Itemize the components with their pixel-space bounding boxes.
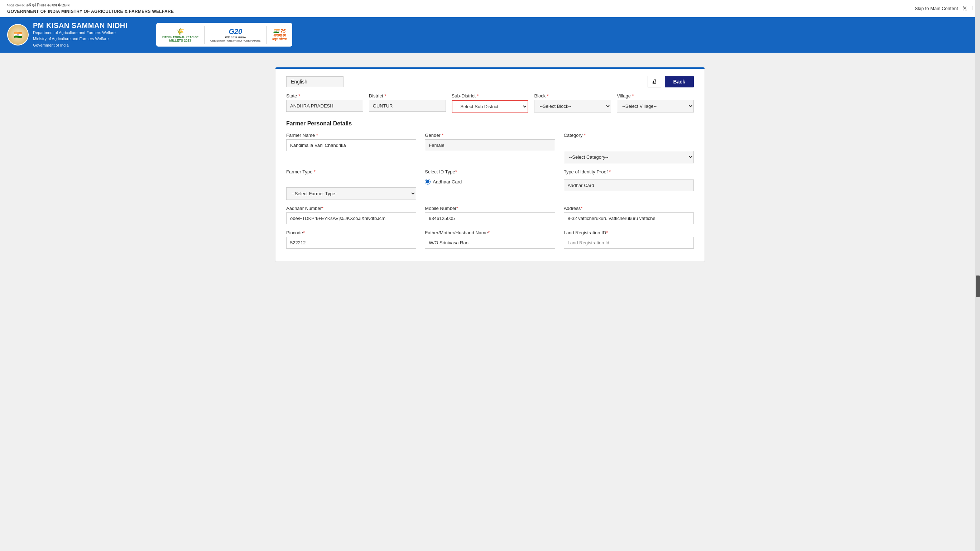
dept-line3: Government of India: [33, 42, 127, 49]
row-aadhaar: Aadhaar Number* Mobile Number* Address*: [286, 205, 694, 224]
language-select[interactable]: English: [286, 76, 344, 87]
subdistrict-label: Sub-District *: [452, 93, 529, 99]
id-proof-group: Type of Identity Proof *: [564, 169, 694, 200]
pincode-label: Pincode*: [286, 230, 416, 236]
farmer-type-select[interactable]: --Select Farmer Type-: [286, 187, 416, 200]
subdistrict-field-group: Sub-District * --Select Sub District--: [452, 93, 529, 113]
scrollbar-track[interactable]: [975, 0, 980, 276]
dept-line2: Ministry of Agriculture and Farmers Welf…: [33, 36, 127, 42]
spacer: [564, 139, 694, 150]
azadi-icon: 🇮🇳 75: [273, 28, 285, 33]
mobile-input[interactable]: [425, 212, 555, 224]
farmer-type-label: Farmer Type *: [286, 169, 416, 175]
section-title: Farmer Personal Details: [286, 120, 694, 127]
azadi-label: आज़ादी का: [273, 33, 286, 38]
category-label: Category *: [564, 132, 694, 138]
g20-sub: ONE EARTH · ONE FAMILY · ONE FUTURE: [210, 40, 260, 42]
subdistrict-select[interactable]: --Select Sub District--: [452, 100, 529, 113]
village-label: Village *: [617, 93, 694, 99]
district-label: District *: [369, 93, 446, 99]
spacer2: [286, 176, 416, 186]
ministry-info: भारत सरकार कृषि एवं किसान कल्याण मंत्राल…: [7, 2, 174, 15]
category-select[interactable]: --Select Category--: [564, 151, 694, 163]
logos-box: 🌾 INTERNATIONAL YEAR OF MILLETS 2023 G20…: [156, 23, 292, 46]
aadhaar-radio[interactable]: [425, 179, 431, 185]
divider1: [204, 26, 205, 44]
emblem-image: 🇮🇳: [8, 25, 28, 45]
father-input[interactable]: [425, 237, 555, 248]
father-label: Father/Mother/Husband Name*: [425, 230, 555, 236]
scrollbar-thumb[interactable]: [976, 276, 980, 276]
g20-icon: G20: [229, 27, 242, 36]
pincode-group: Pincode*: [286, 230, 416, 248]
state-label: State *: [286, 93, 363, 99]
address-group: Address*: [564, 205, 694, 224]
logo-area: 🇮🇳 PM KISAN SAMMAN NIDHI Department of A…: [7, 21, 127, 49]
site-title: PM KISAN SAMMAN NIDHI: [33, 21, 127, 30]
land-reg-input[interactable]: [564, 237, 694, 248]
g20-label: भारत 2023 INDIA: [225, 36, 246, 40]
block-field-group: Block * --Select Block--: [534, 93, 611, 113]
row-farmer-details: Farmer Name * Gender * Category *: [286, 132, 694, 163]
address-label: Address*: [564, 205, 694, 211]
form-area: English 🖨 Back State * D: [275, 69, 705, 261]
aadhaar-label: Aadhaar Number*: [286, 205, 416, 211]
top-right-controls: 🖨 Back: [648, 76, 694, 88]
gender-group: Gender *: [425, 132, 555, 163]
land-reg-group: Land Registration ID*: [564, 230, 694, 248]
id-type-group: Select ID Type* Aadhaar Card: [425, 169, 555, 200]
hindi-title: भारत सरकार कृषि एवं किसान कल्याण मंत्राल…: [7, 2, 174, 8]
farmer-type-group: Farmer Type * --Select Farmer Type-: [286, 169, 416, 200]
azadi-sub: अमृत महोत्सव: [272, 38, 286, 41]
gender-label: Gender *: [425, 132, 555, 138]
farmer-name-group: Farmer Name *: [286, 132, 416, 163]
header-band: 🇮🇳 PM KISAN SAMMAN NIDHI Department of A…: [0, 17, 980, 53]
millets-year: MILLETS 2023: [169, 39, 191, 42]
farmer-name-label: Farmer Name *: [286, 132, 416, 138]
farmer-name-input[interactable]: [286, 139, 416, 151]
location-row: State * District * Sub-District * --Sele: [286, 93, 694, 113]
facebook-icon[interactable]: f: [971, 5, 973, 11]
id-type-radio-group: Aadhaar Card: [425, 179, 555, 185]
category-group: Category * --Select Category--: [564, 132, 694, 163]
id-proof-label: Type of Identity Proof *: [564, 169, 694, 175]
district-field-group: District *: [369, 93, 446, 113]
main-form-card: English 🖨 Back State * D: [275, 67, 705, 262]
page-body: English 🖨 Back State * D: [0, 53, 980, 276]
twitter-icon[interactable]: 𝕏: [963, 5, 967, 12]
mobile-label: Mobile Number*: [425, 205, 555, 211]
top-controls: English 🖨 Back: [286, 76, 694, 88]
language-wrapper: English: [286, 76, 344, 87]
print-button[interactable]: 🖨: [648, 76, 661, 88]
azadi-logo: 🇮🇳 75 आज़ादी का अमृत महोत्सव: [272, 28, 286, 41]
mobile-group: Mobile Number*: [425, 205, 555, 224]
g20-logo: G20 भारत 2023 INDIA ONE EARTH · ONE FAMI…: [210, 27, 260, 42]
dept-line1: Department of Agriculture and Farmers We…: [33, 30, 127, 36]
top-bar-right: Skip to Main Content 𝕏 f: [915, 5, 973, 12]
aadhaar-input[interactable]: [286, 212, 416, 224]
millets-label: INTERNATIONAL YEAR OF: [162, 35, 199, 39]
back-button[interactable]: Back: [665, 76, 694, 88]
top-bar: भारत सरकार कृषि एवं किसान कल्याण मंत्राल…: [0, 0, 980, 17]
district-input[interactable]: [369, 100, 446, 112]
row-farmer-type: Farmer Type * --Select Farmer Type- Sele…: [286, 169, 694, 200]
id-proof-input[interactable]: [564, 180, 694, 191]
address-input[interactable]: [564, 212, 694, 224]
village-select[interactable]: --Select Village--: [617, 100, 694, 113]
id-type-label: Select ID Type*: [425, 169, 555, 175]
state-field-group: State *: [286, 93, 363, 113]
father-group: Father/Mother/Husband Name*: [425, 230, 555, 248]
pincode-input[interactable]: [286, 237, 416, 248]
row-pincode: Pincode* Father/Mother/Husband Name* Lan…: [286, 230, 694, 248]
emblem: 🇮🇳: [7, 24, 29, 46]
aadhaar-radio-label: Aadhaar Card: [433, 179, 462, 185]
land-reg-label: Land Registration ID*: [564, 230, 694, 236]
gender-input[interactable]: [425, 139, 555, 151]
aadhaar-group: Aadhaar Number*: [286, 205, 416, 224]
village-field-group: Village * --Select Village--: [617, 93, 694, 113]
millets-logo: 🌾 INTERNATIONAL YEAR OF MILLETS 2023: [162, 27, 199, 42]
block-select[interactable]: --Select Block--: [534, 100, 611, 113]
skip-link[interactable]: Skip to Main Content: [915, 6, 958, 11]
state-input[interactable]: [286, 100, 363, 112]
millets-icon: 🌾: [176, 27, 184, 35]
